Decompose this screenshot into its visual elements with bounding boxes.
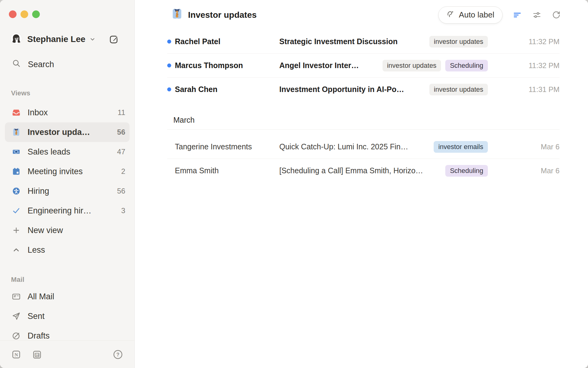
sidebar-item-label: Less (28, 245, 45, 255)
search-label: Search (28, 60, 54, 69)
sidebar-item-less[interactable]: Less (5, 240, 130, 260)
email-row[interactable]: Sarah ChenInvestment Opportunity in AI-P… (167, 77, 560, 101)
plus-icon (12, 226, 21, 234)
necktie-icon (172, 8, 183, 21)
email-subject: Strategic Investment Discussion (279, 37, 398, 46)
calendar-icon (12, 167, 21, 175)
sidebar-item-label: Drafts (28, 331, 50, 341)
notion-calendar-icon[interactable]: 14 (32, 350, 42, 359)
view-title-label: Investor updates (188, 10, 257, 20)
notion-logo-icon[interactable]: N (12, 350, 21, 359)
sidebar-item-label: Sales leads (28, 147, 70, 157)
window-controls (0, 0, 134, 18)
email-subject: Angel Investor Inter… (279, 61, 359, 70)
email-subject: Investment Opportunity in AI-Po… (279, 85, 404, 94)
auto-label-text: Auto label (459, 10, 494, 20)
help-button[interactable]: ? (113, 350, 123, 359)
sidebar-item-label: Investor upda… (28, 128, 90, 137)
unread-dot-icon (167, 40, 171, 44)
mail-app-window: Stephanie Lee Search ViewsInbox11Investo… (0, 0, 588, 368)
email-tag: investor updates (383, 60, 441, 71)
email-list: Rachel PatelStrategic Investment Discuss… (167, 30, 560, 182)
sidebar-section: MailAll MailSentDrafts (0, 276, 134, 346)
user-name: Stephanie Lee (27, 34, 85, 44)
minimize-button[interactable] (21, 10, 28, 18)
sidebar-item-new-view[interactable]: New view (5, 220, 130, 240)
sidebar-item-label: Sent (28, 312, 45, 321)
svg-text:14: 14 (36, 353, 39, 357)
section-label: Mail (11, 276, 134, 284)
group-header: March (167, 110, 560, 130)
email-subject: [Scheduling a Call] Emma Smith, Horizo… (279, 166, 423, 175)
sidebar-item-engineering-hir[interactable]: Engineering hir…3 (5, 201, 130, 220)
email-group: MarchTangerine InvestmentsQuick Catch-Up… (167, 110, 560, 182)
email-row[interactable]: Rachel PatelStrategic Investment Discuss… (167, 30, 560, 53)
inbox-icon (12, 108, 21, 117)
chevron-down-icon (89, 36, 96, 43)
svg-text:N: N (14, 352, 18, 357)
group-label: March (173, 116, 194, 125)
sidebar: Stephanie Lee Search ViewsInbox11Investo… (0, 0, 135, 368)
zoom-button[interactable] (32, 10, 40, 18)
sidebar-item-sent[interactable]: Sent (5, 306, 130, 326)
checkmark-icon (12, 207, 21, 215)
sidebar-item-label: All Mail (28, 292, 54, 301)
sidebar-item-all-mail[interactable]: All Mail (5, 287, 130, 306)
email-sender: Sarah Chen (175, 85, 279, 94)
header-actions (513, 11, 560, 19)
close-button[interactable] (9, 10, 17, 18)
sidebar-sections: ViewsInbox11Investor upda…56Sales leads4… (0, 89, 134, 346)
main-header: Investor updates Auto label (135, 0, 588, 30)
email-time: 11:31 PM (488, 85, 560, 94)
sidebar-item-meeting-invites[interactable]: Meeting invites2 (5, 162, 130, 181)
view-title: Investor updates (172, 8, 257, 21)
email-row[interactable]: Marcus ThompsonAngel Investor Inter…inve… (167, 53, 560, 77)
sidebar-item-sales-leads[interactable]: Sales leads47 (5, 142, 130, 162)
email-subject: Quick Catch-Up: Lumi Inc. 2025 Fin… (279, 142, 408, 151)
sidebar-item-count: 56 (117, 187, 125, 195)
section-label: Views (11, 89, 134, 97)
email-time: Mar 6 (488, 167, 560, 175)
sidebar-item-label: Meeting invites (28, 167, 83, 176)
sidebar-item-label: Inbox (28, 108, 48, 117)
auto-label-icon (447, 10, 455, 20)
email-sender: Rachel Patel (175, 37, 279, 46)
user-menu[interactable]: Stephanie Lee (10, 33, 119, 46)
draft-icon (12, 332, 21, 340)
search-button[interactable]: Search (12, 59, 124, 70)
sidebar-item-count: 11 (118, 108, 125, 117)
email-tag: Scheduling (445, 165, 488, 177)
compose-button[interactable] (109, 35, 119, 44)
sidebar-footer: N 14 ? (0, 340, 134, 368)
email-tags: Scheduling (445, 165, 488, 177)
email-tags: investor updates (429, 36, 488, 48)
email-tags: investor emails (434, 141, 488, 153)
email-sender: Tangerine Investments (175, 142, 279, 151)
display-settings-button[interactable] (533, 11, 541, 19)
envelope-icon (12, 292, 21, 301)
sidebar-item-label: New view (28, 226, 63, 235)
sidebar-section: ViewsInbox11Investor upda…56Sales leads4… (0, 89, 134, 260)
email-tags: investor updates (429, 84, 488, 95)
refresh-button[interactable] (552, 11, 560, 19)
sidebar-item-count: 47 (117, 148, 125, 156)
sidebar-item-count: 56 (117, 128, 125, 136)
sidebar-item-label: Hiring (28, 186, 49, 196)
sidebar-item-investor-upda[interactable]: Investor upda…56 (5, 122, 130, 142)
unread-indicator (167, 40, 175, 44)
email-sender: Emma Smith (175, 166, 279, 175)
sidebar-item-count: 3 (121, 206, 125, 215)
auto-label-button[interactable]: Auto label (438, 6, 503, 24)
email-tag: investor updates (429, 84, 488, 95)
main-panel: Investor updates Auto label Rachel Patel… (135, 0, 588, 368)
email-time: 11:32 PM (488, 61, 560, 70)
person-circle-icon (12, 187, 21, 195)
email-tags: investor updatesScheduling (383, 60, 488, 71)
filter-button[interactable] (513, 11, 522, 19)
email-tag: investor updates (429, 36, 488, 48)
email-row[interactable]: Tangerine InvestmentsQuick Catch-Up: Lum… (167, 135, 560, 159)
sidebar-item-inbox[interactable]: Inbox11 (5, 103, 130, 122)
email-row[interactable]: Emma Smith[Scheduling a Call] Emma Smith… (167, 159, 560, 182)
email-group: Rachel PatelStrategic Investment Discuss… (167, 30, 560, 101)
sidebar-item-hiring[interactable]: Hiring56 (5, 181, 130, 201)
